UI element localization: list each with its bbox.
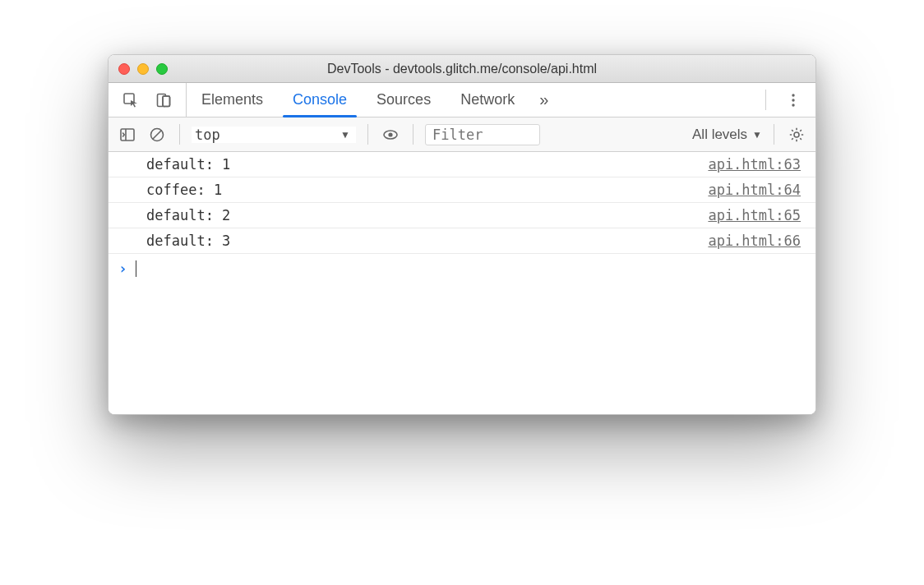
console-message: coffee: 1 [146,182,222,198]
console-prompt[interactable]: › [109,254,815,283]
filter-input-wrapper[interactable] [425,124,540,145]
device-toolbar-icon[interactable] [153,92,174,108]
tab-label: Console [293,91,347,108]
console-output: default: 1 api.html:63 coffee: 1 api.htm… [109,152,815,414]
panel-tabs: Elements Console Sources Network » [109,83,815,117]
console-source-link[interactable]: api.html:66 [708,233,801,249]
window-title: DevTools - devtools.glitch.me/console/ap… [109,62,815,76]
svg-rect-7 [121,129,134,140]
tab-label: Sources [377,91,431,108]
levels-label: All levels [692,127,747,143]
tab-sources[interactable]: Sources [362,83,446,117]
console-row: coffee: 1 api.html:64 [109,177,815,203]
text-cursor [136,260,137,277]
chevron-down-icon: ▼ [340,129,350,140]
console-source-link[interactable]: api.html:65 [708,207,801,223]
log-level-selector[interactable]: All levels ▼ [692,127,762,143]
console-source-link[interactable]: api.html:63 [708,156,801,173]
console-row: default: 1 api.html:63 [109,152,815,177]
svg-point-5 [792,99,794,101]
close-button[interactable] [118,63,130,75]
clear-console-icon[interactable] [146,127,168,143]
svg-point-13 [794,132,799,137]
tab-elements[interactable]: Elements [187,83,278,117]
chevron-right-icon: » [539,90,548,109]
svg-line-10 [153,130,162,139]
devtools-window: DevTools - devtools.glitch.me/console/ap… [108,54,816,415]
inspect-element-icon[interactable] [120,92,141,108]
tab-console[interactable]: Console [278,83,362,117]
titlebar: DevTools - devtools.glitch.me/console/ap… [109,55,815,83]
prompt-caret-icon: › [118,260,127,277]
live-expression-icon[interactable] [380,127,401,143]
chevron-down-icon: ▼ [752,129,762,140]
console-toolbar: top ▼ All levels ▼ [109,117,815,152]
filter-input[interactable] [432,127,533,143]
console-message: default: 3 [146,233,230,249]
window-controls [118,63,168,75]
more-tabs-button[interactable]: » [529,83,558,117]
svg-point-4 [792,94,794,96]
console-source-link[interactable]: api.html:64 [708,182,801,198]
minimize-button[interactable] [137,63,149,75]
kebab-menu-icon[interactable] [783,92,804,108]
svg-point-12 [388,132,392,136]
maximize-button[interactable] [156,63,168,75]
console-message: default: 2 [146,207,230,223]
context-selector[interactable]: top ▼ [192,127,356,143]
console-settings-icon[interactable] [786,127,807,143]
svg-rect-2 [163,96,170,107]
toggle-drawer-icon[interactable] [117,127,138,143]
context-value: top [195,127,220,143]
console-row: default: 2 api.html:65 [109,203,815,228]
tab-label: Network [460,91,515,108]
tab-network[interactable]: Network [446,83,529,117]
console-row: default: 3 api.html:66 [109,228,815,254]
tab-label: Elements [201,91,263,108]
console-message: default: 1 [146,156,230,173]
svg-point-6 [792,104,794,106]
